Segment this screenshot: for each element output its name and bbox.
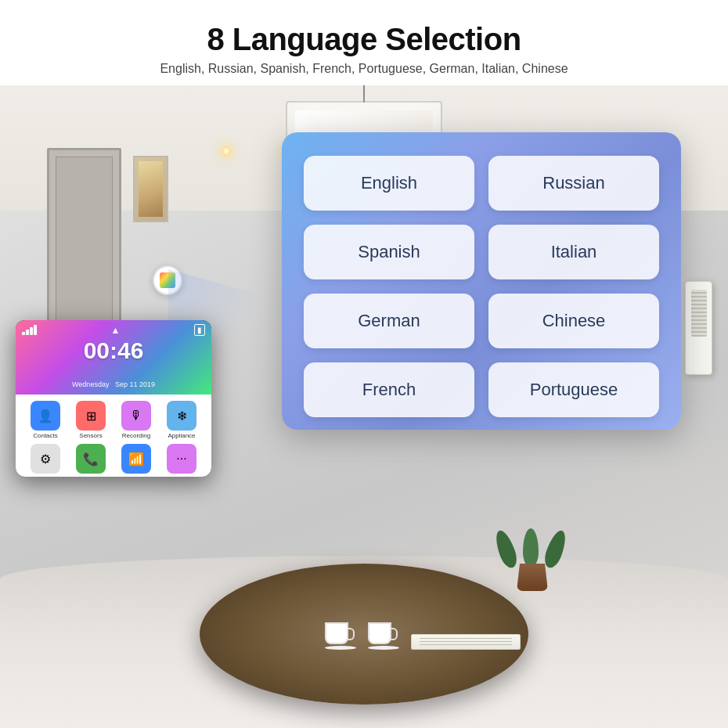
table-items	[325, 622, 521, 650]
wifi-icon: ▲	[111, 325, 121, 336]
signal-bar-4	[34, 325, 37, 335]
app-system: ⚙ System	[25, 444, 66, 477]
lang-btn-spanish[interactable]: Spanish	[304, 225, 474, 279]
plant	[517, 564, 548, 591]
phone-label: Phone	[81, 475, 99, 477]
room-background: ▲ ▮ 00:46 Wednesday Sep 11 2019 👤 Contac…	[0, 85, 728, 728]
cup-2	[368, 622, 391, 644]
lang-btn-italian[interactable]: Italian	[488, 225, 659, 279]
signal-bar-3	[30, 327, 33, 335]
language-panel: English Russian Spanish Italian German C…	[282, 132, 681, 430]
app-phone: 📞 Phone	[70, 444, 111, 477]
book-lines	[420, 638, 512, 645]
leaf-2	[523, 528, 539, 568]
system-label: System	[35, 475, 56, 477]
app-recording: 🎙 Recording	[116, 401, 157, 439]
lang-btn-french[interactable]: French	[304, 362, 474, 417]
app-contacts: 👤 Contacts	[25, 401, 66, 439]
recessed-light-1	[219, 144, 233, 158]
wifi-app-icon: 📶	[121, 444, 151, 474]
book-line-2	[420, 641, 512, 642]
signal-bar-1	[22, 332, 25, 335]
book	[411, 634, 521, 650]
phone-date: Wednesday Sep 11 2019	[72, 380, 155, 388]
page-title: 8 Language Selection	[31, 22, 697, 57]
more-icon: ···	[167, 444, 196, 474]
book-container	[411, 634, 521, 650]
contacts-icon: 👤	[31, 401, 60, 431]
phone-time: 00:46	[84, 337, 144, 364]
signal-bar-2	[26, 330, 29, 335]
intercom-speaker	[691, 290, 707, 337]
apps-row-1: 👤 Contacts ⊞ Sensors 🎙 Recording ❄ Appli…	[22, 401, 205, 439]
app-sensors: ⊞ Sensors	[70, 401, 111, 439]
cup	[325, 622, 348, 644]
saucer-2	[368, 646, 399, 650]
wifi-label: WiFi	[130, 475, 142, 477]
more-label: More...	[172, 475, 192, 477]
recording-label: Recording	[122, 432, 150, 439]
wall-art	[133, 156, 168, 222]
phone-device: ▲ ▮ 00:46 Wednesday Sep 11 2019 👤 Contac…	[16, 320, 211, 477]
app-appliance: ❄ Appliance	[161, 401, 202, 439]
contacts-label: Contacts	[33, 432, 58, 439]
lang-btn-portuguese[interactable]: Portuguese	[488, 362, 659, 417]
phone-apps: 👤 Contacts ⊞ Sensors 🎙 Recording ❄ Appli…	[16, 395, 211, 477]
recording-icon: 🎙	[121, 401, 151, 431]
phone-icon: 📞	[76, 444, 106, 474]
appliance-label: Appliance	[168, 432, 195, 439]
battery-icon: ▮	[194, 324, 205, 336]
system-icon: ⚙	[31, 444, 60, 474]
language-grid: English Russian Spanish Italian German C…	[304, 156, 659, 417]
lang-btn-english[interactable]: English	[304, 156, 474, 211]
book-line-1	[420, 638, 512, 639]
right-intercom	[685, 281, 712, 375]
saucer	[325, 646, 356, 650]
door-frame	[47, 148, 121, 344]
appliance-icon: ❄	[167, 401, 196, 431]
plant-pot	[517, 564, 548, 591]
sensors-icon: ⊞	[76, 401, 106, 431]
cup-saucer	[325, 622, 356, 650]
lang-btn-chinese[interactable]: Chinese	[488, 294, 659, 348]
page-wrapper: 8 Language Selection English, Russian, S…	[0, 0, 728, 728]
app-wifi: 📶 WiFi	[116, 444, 157, 477]
wall-art-inner	[139, 161, 163, 217]
cup-saucer-2	[368, 622, 399, 650]
header-subtitle: English, Russian, Spanish, French, Portu…	[31, 62, 697, 76]
signal-bars	[22, 325, 37, 335]
sensors-label: Sensors	[79, 432, 102, 439]
lang-btn-german[interactable]: German	[304, 294, 474, 348]
plant-leaves	[505, 528, 557, 568]
apps-row-2: ⚙ System 📞 Phone 📶 WiFi ··· More...	[22, 444, 205, 477]
book-line-3	[420, 644, 512, 645]
lang-btn-russian[interactable]: Russian	[488, 156, 659, 211]
phone-screen: ▲ ▮ 00:46 Wednesday Sep 11 2019	[16, 320, 211, 395]
header: 8 Language Selection English, Russian, S…	[0, 0, 728, 85]
app-more: ··· More...	[161, 444, 202, 477]
light-cord	[363, 85, 365, 103]
door-inner	[56, 157, 113, 335]
phone-status-bar: ▲ ▮	[22, 324, 205, 336]
